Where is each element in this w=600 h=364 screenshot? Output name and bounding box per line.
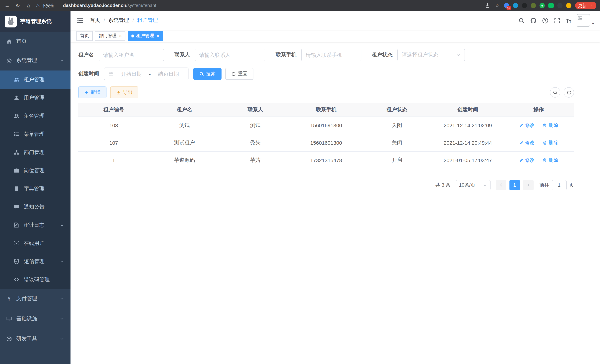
bookmark-star-icon[interactable]: ☆ <box>494 3 500 9</box>
sidebar-item-dict-management[interactable]: 字典管理 <box>0 180 71 198</box>
refresh-table-button[interactable] <box>564 87 574 98</box>
edit-button[interactable]: 修改 <box>519 157 534 163</box>
sidebar-item-payment-management[interactable]: ¥ 支付管理 <box>0 289 71 309</box>
tenant-name-input[interactable] <box>103 52 159 58</box>
cell-tenant-name: 测试 <box>149 117 220 134</box>
app-logo[interactable]: 芋道管理系统 <box>0 11 71 32</box>
add-button[interactable]: 新增 <box>78 86 106 98</box>
sidebar-item-home[interactable]: 首页 <box>0 32 71 50</box>
cell-created: 2021-12-14 20:49:44 <box>432 134 503 151</box>
mobile-input[interactable] <box>306 52 357 58</box>
sidebar-item-sms-management[interactable]: 短信管理 <box>0 252 71 271</box>
sidebar-item-post-management[interactable]: 岗位管理 <box>0 161 71 180</box>
extension-icon[interactable] <box>522 3 527 8</box>
url-path: /system/tenant <box>126 3 156 8</box>
search-button[interactable]: 搜索 <box>193 68 222 80</box>
close-icon[interactable]: × <box>157 34 159 38</box>
extension-icon[interactable] <box>548 3 554 8</box>
tags-view: 首页 部门管理 × 租户管理 × <box>71 30 600 42</box>
cell-contact: 秃头 <box>220 134 291 151</box>
chevron-down-icon <box>60 223 64 227</box>
page-size-select[interactable]: 10条/页 <box>456 180 490 190</box>
delete-button[interactable]: 删除 <box>543 139 558 146</box>
breadcrumb-home[interactable]: 首页 <box>90 17 100 24</box>
extension-icon[interactable] <box>513 3 518 8</box>
sidebar-item-role-management[interactable]: 角色管理 <box>0 107 71 125</box>
profile-avatar-icon[interactable] <box>566 3 572 8</box>
tag-home[interactable]: 首页 <box>76 31 93 41</box>
browser-reload-icon[interactable]: ↻ <box>14 3 21 9</box>
date-range-picker[interactable]: - <box>104 67 188 80</box>
help-icon[interactable] <box>542 17 548 24</box>
edit-button[interactable]: 修改 <box>519 122 534 129</box>
browser-home-icon[interactable]: ⌂ <box>25 3 32 9</box>
box-icon <box>6 336 12 342</box>
reset-button[interactable]: 重置 <box>225 68 253 80</box>
tag-tenant-management[interactable]: 租户管理 × <box>128 31 163 41</box>
breadcrumb-tenant[interactable]: 租户管理 <box>137 17 158 24</box>
table-row: 108 测试 测试 15601691300 关闭 2021-12-14 21:0… <box>78 117 574 134</box>
chevron-down-icon <box>60 336 64 341</box>
sidebar-item-dev-tools[interactable]: 研发工具 <box>0 329 71 349</box>
browser-update-button[interactable]: 更新 ⋮ <box>575 2 596 9</box>
sidebar-item-tenant-management[interactable]: 租户管理 <box>0 71 71 89</box>
chevron-down-icon <box>456 53 460 57</box>
caret-down-icon: ▾ <box>592 21 594 27</box>
search-icon[interactable] <box>518 17 525 24</box>
github-icon[interactable] <box>530 17 536 24</box>
sidebar-item-menu-management[interactable]: 菜单管理 <box>0 125 71 143</box>
download-icon <box>116 90 121 95</box>
delete-button[interactable]: 删除 <box>543 157 558 163</box>
sidebar-item-system-management[interactable]: 系统管理 <box>0 50 71 71</box>
pagination: 共 3 条 10条/页 1 前往 页 <box>78 180 574 190</box>
roles-icon <box>14 113 19 119</box>
share-icon[interactable] <box>485 3 490 9</box>
cell-mobile: 15601691300 <box>291 117 362 134</box>
browser-toolbar: ← ↻ ⌂ ⚠ 不安全 dashboard.yudao.iocoder.cn/s… <box>0 0 600 11</box>
page-number-1[interactable]: 1 <box>509 180 520 190</box>
status-select[interactable]: 请选择租户状态 <box>397 49 465 61</box>
next-page-button[interactable] <box>523 180 534 190</box>
export-button[interactable]: 导出 <box>110 86 138 98</box>
close-icon[interactable]: × <box>119 34 122 38</box>
col-contact: 联系人 <box>220 103 291 117</box>
fullscreen-icon[interactable] <box>554 17 560 24</box>
cell-created: 2021-01-05 17:03:47 <box>432 151 503 169</box>
font-size-icon[interactable]: TT <box>566 18 571 23</box>
sidebar-item-audit-log[interactable]: 审计日志 <box>0 216 71 234</box>
extension-icon[interactable] <box>557 3 562 8</box>
sidebar-item-dept-management[interactable]: 部门管理 <box>0 143 71 161</box>
toggle-search-button[interactable] <box>550 87 560 98</box>
sidebar-item-infrastructure[interactable]: 基础设施 <box>0 309 71 329</box>
sidebar-item-online-users[interactable]: 在线用户 <box>0 234 71 252</box>
browser-back-icon[interactable]: ← <box>4 3 10 9</box>
edit-button[interactable]: 修改 <box>519 139 534 146</box>
col-created: 创建时间 <box>432 103 503 117</box>
delete-button[interactable]: 删除 <box>543 122 558 129</box>
refresh-icon <box>566 90 571 95</box>
sidebar-item-error-code[interactable]: 错误码管理 <box>0 271 71 289</box>
hamburger-icon[interactable] <box>76 17 84 24</box>
sidebar-item-notice[interactable]: 通知公告 <box>0 198 71 216</box>
extension-icon[interactable] <box>531 3 536 8</box>
signal-icon <box>14 241 19 246</box>
date-start-input[interactable] <box>116 71 147 77</box>
screen: ← ↻ ⌂ ⚠ 不安全 dashboard.yudao.iocoder.cn/s… <box>0 0 600 364</box>
gear-icon <box>6 58 12 63</box>
breadcrumb-system[interactable]: 系统管理 <box>108 17 129 24</box>
extension-icon[interactable]: 10 <box>504 3 509 8</box>
browser-menu-icon[interactable]: ⋮ <box>589 3 593 8</box>
goto-page-input[interactable] <box>552 180 567 190</box>
date-end-input[interactable] <box>153 71 184 77</box>
extension-icon[interactable]: y <box>540 3 545 8</box>
user-avatar[interactable]: ▾ <box>577 14 594 27</box>
prev-page-button[interactable] <box>496 180 506 190</box>
tag-dept-management[interactable]: 部门管理 × <box>95 31 125 41</box>
security-chip[interactable]: ⚠ 不安全 <box>36 3 55 8</box>
sidebar-item-user-management[interactable]: 用户管理 <box>0 89 71 107</box>
address-bar[interactable]: dashboard.yudao.iocoder.cn/system/tenant <box>63 3 156 8</box>
pencil-icon <box>519 158 523 162</box>
contact-input[interactable] <box>199 52 261 58</box>
code-icon <box>14 277 19 282</box>
chevron-right-icon <box>526 183 530 187</box>
